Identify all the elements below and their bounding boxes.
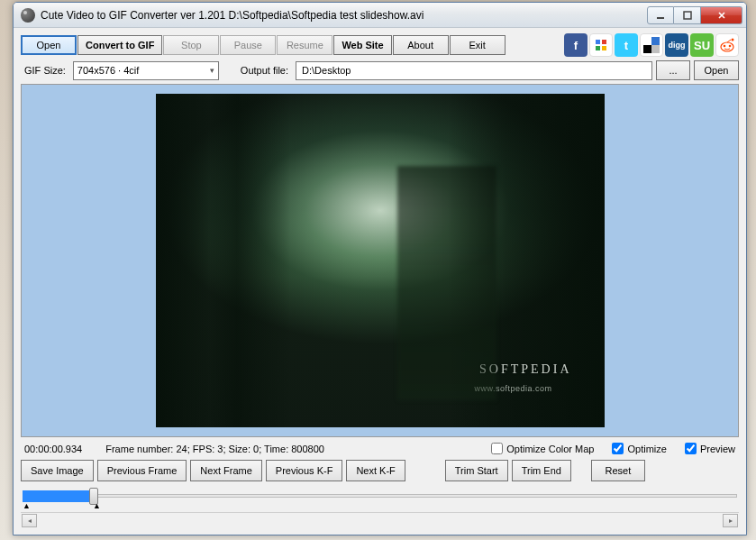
social-icons: f t digg SU — [564, 33, 739, 57]
delicious-icon[interactable] — [640, 33, 663, 57]
trim-end-button[interactable]: Trim End — [512, 460, 571, 481]
trim-start-button[interactable]: Trim Start — [445, 460, 508, 481]
titlebar[interactable]: Cute Video to GIF Converter ver 1.201 D:… — [14, 3, 746, 28]
stumbleupon-icon[interactable]: SU — [690, 33, 714, 57]
preview-checkbox[interactable]: Preview — [685, 443, 735, 454]
timeline-slider[interactable]: ▲ ▲ — [21, 485, 739, 508]
slider-mark-start: ▲ — [23, 501, 31, 510]
svg-rect-8 — [643, 45, 651, 53]
svg-rect-7 — [651, 37, 660, 45]
save-image-button[interactable]: Save Image — [21, 460, 94, 481]
about-button[interactable]: About — [393, 35, 449, 55]
exit-button[interactable]: Exit — [450, 35, 506, 55]
previous-keyframe-button[interactable]: Previous K-F — [266, 460, 343, 481]
content-area: Open Convert to GIF Stop Pause Resume We… — [14, 28, 746, 535]
gif-size-select[interactable]: 704x576 · 4cif — [73, 61, 219, 80]
horizontal-scrollbar[interactable]: ◂ ▸ — [21, 512, 739, 527]
svg-point-11 — [724, 45, 726, 48]
website-button[interactable]: Web Site — [333, 35, 391, 55]
svg-rect-0 — [657, 17, 664, 19]
scroll-left-button[interactable]: ◂ — [22, 514, 37, 527]
slider-track[interactable] — [23, 494, 737, 498]
output-file-input[interactable] — [296, 61, 652, 80]
twitter-icon[interactable]: t — [615, 33, 638, 57]
optimize-color-map-checkbox[interactable]: Optimize Color Map — [491, 443, 594, 454]
svg-rect-4 — [596, 46, 600, 50]
reddit-icon[interactable] — [715, 33, 739, 57]
optimize-checkbox[interactable]: Optimize — [612, 443, 666, 454]
preview-watermark-sub: www.softpedia.com — [474, 384, 551, 393]
preview-watermark: SOFTPEDIA — [479, 362, 571, 377]
browse-button[interactable]: ... — [656, 60, 690, 80]
next-frame-button[interactable]: Next Frame — [190, 460, 261, 481]
optimize-label: Optimize — [627, 444, 666, 454]
action-row: Save Image Previous Frame Next Frame Pre… — [21, 460, 739, 481]
svg-rect-5 — [602, 46, 606, 50]
svg-rect-3 — [602, 40, 606, 44]
pause-button[interactable]: Pause — [220, 35, 276, 55]
preview-label: Preview — [700, 444, 735, 454]
gif-size-label: GIF Size: — [21, 65, 69, 76]
scroll-right-button[interactable]: ▸ — [723, 514, 738, 527]
close-button[interactable] — [701, 6, 742, 24]
convert-button[interactable]: Convert to GIF — [77, 35, 162, 55]
status-row: 00:00:00.934 Frame number: 24; FPS: 3; S… — [21, 441, 739, 456]
video-preview: SOFTPEDIA www.softpedia.com — [21, 84, 739, 437]
settings-row: GIF Size: 704x576 · 4cif Output file: ..… — [21, 60, 739, 80]
main-toolbar: Open Convert to GIF Stop Pause Resume We… — [21, 33, 739, 57]
time-label: 00:00:00.934 — [24, 444, 82, 454]
svg-point-12 — [729, 45, 732, 48]
optimize-color-map-label: Optimize Color Map — [506, 444, 594, 454]
slider-mark-current: ▲ — [93, 501, 101, 510]
minimize-button[interactable] — [647, 6, 674, 24]
svg-point-13 — [732, 39, 734, 41]
svg-rect-2 — [596, 40, 600, 44]
google-icon[interactable] — [589, 33, 613, 57]
resume-button[interactable]: Resume — [277, 35, 332, 55]
next-keyframe-button[interactable]: Next K-F — [346, 460, 405, 481]
open-output-button[interactable]: Open — [694, 60, 739, 80]
svg-rect-6 — [643, 37, 651, 45]
app-window: Cute Video to GIF Converter ver 1.201 D:… — [13, 2, 747, 535]
stop-button[interactable]: Stop — [163, 35, 219, 55]
window-title: Cute Video to GIF Converter ver 1.201 D:… — [41, 9, 647, 22]
facebook-icon[interactable]: f — [564, 33, 587, 57]
previous-frame-button[interactable]: Previous Frame — [97, 460, 187, 481]
svg-rect-1 — [684, 12, 691, 19]
maximize-button[interactable] — [674, 6, 701, 24]
window-controls — [647, 6, 742, 24]
reset-button[interactable]: Reset — [591, 460, 645, 481]
frame-info-label: Frame number: 24; FPS: 3; Size: 0; Time:… — [105, 444, 324, 454]
output-file-label: Output file: — [237, 65, 292, 76]
open-button[interactable]: Open — [21, 35, 77, 55]
gif-size-value: 704x576 · 4cif — [77, 65, 140, 76]
preview-frame-image: SOFTPEDIA www.softpedia.com — [156, 94, 605, 427]
svg-rect-9 — [651, 45, 660, 53]
slider-fill — [23, 490, 93, 502]
app-icon — [21, 8, 35, 23]
digg-icon[interactable]: digg — [665, 33, 688, 57]
